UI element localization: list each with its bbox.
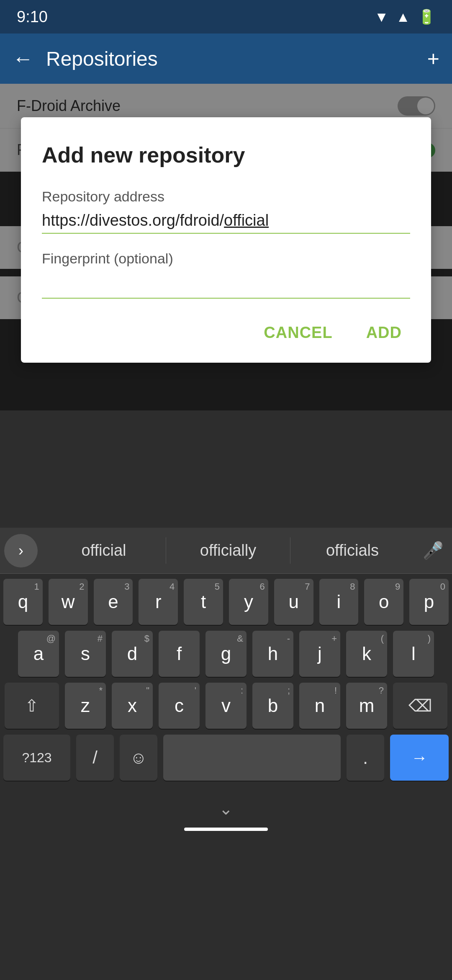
key-l[interactable]: )l (393, 631, 434, 677)
battery-icon: 🔋 (418, 8, 435, 25)
dialog-buttons: CANCEL ADD (42, 320, 410, 346)
back-button[interactable]: ← (13, 46, 33, 71)
keyboard-rows: 1q 2w 3e 4r 5t 6y 7u 8i 9o 0p @a #s $d f… (0, 574, 452, 790)
key-row-4: ?123 / ☺ . → (3, 735, 449, 781)
repo-address-label: Repository address (42, 188, 410, 205)
key-x[interactable]: "x (112, 683, 153, 729)
space-key[interactable] (163, 735, 341, 781)
key-n[interactable]: !n (299, 683, 340, 729)
period-key[interactable]: . (347, 735, 384, 781)
key-row-3: ⇧ *z "x 'c :v ;b !n ?m ⌫ (3, 683, 449, 729)
key-c[interactable]: 'c (159, 683, 200, 729)
key-o[interactable]: 9o (364, 579, 403, 625)
page-title: Repositories (46, 47, 415, 70)
home-indicator-area (0, 828, 452, 838)
key-r[interactable]: 4r (139, 579, 178, 625)
key-g[interactable]: &g (205, 631, 247, 677)
key-j[interactable]: +j (299, 631, 340, 677)
repo-address-underlined: official (224, 211, 269, 229)
key-q[interactable]: 1q (3, 579, 43, 625)
autocomplete-word-3[interactable]: officials (290, 537, 414, 564)
keyboard-bottom-bar: ⌄ (0, 790, 452, 828)
slash-key[interactable]: / (76, 735, 114, 781)
key-t[interactable]: 5t (184, 579, 223, 625)
key-m[interactable]: ?m (346, 683, 387, 729)
enter-key[interactable]: → (390, 735, 449, 781)
status-bar: 9:10 ▼ ▲ 🔋 (0, 0, 452, 34)
key-k[interactable]: (k (346, 631, 387, 677)
dimmed-area (0, 415, 452, 532)
key-d[interactable]: $d (112, 631, 153, 677)
app-bar: ← Repositories + (0, 34, 452, 84)
status-time: 9:10 (17, 8, 48, 26)
add-button-dialog[interactable]: ADD (358, 320, 410, 346)
key-row-1: 1q 2w 3e 4r 5t 6y 7u 8i 9o 0p (3, 579, 449, 625)
autocomplete-expand-button[interactable]: › (4, 534, 38, 567)
fingerprint-input[interactable] (42, 273, 410, 299)
emoji-key[interactable]: ☺ (120, 735, 157, 781)
signal-icon: ▲ (396, 9, 410, 25)
key-p[interactable]: 0p (409, 579, 449, 625)
repo-address-input[interactable]: https://divestos.org/fdroid/official (42, 211, 410, 230)
key-a[interactable]: @a (18, 631, 59, 677)
numbers-key[interactable]: ?123 (3, 735, 70, 781)
hide-keyboard-button[interactable]: ⌄ (219, 799, 233, 818)
autocomplete-word-2[interactable]: officially (166, 537, 290, 564)
key-h[interactable]: -h (252, 631, 293, 677)
home-indicator (184, 828, 268, 831)
mic-button[interactable]: 🎤 (419, 536, 448, 565)
key-u[interactable]: 7u (274, 579, 313, 625)
keyboard: › official officially officials 🎤 1q 2w … (0, 528, 452, 980)
shift-key[interactable]: ⇧ (5, 683, 59, 729)
key-row-2: @a #s $d f &g -h +j (k )l (3, 631, 449, 677)
wifi-icon: ▼ (375, 9, 389, 25)
backspace-key[interactable]: ⌫ (393, 683, 447, 729)
key-f[interactable]: f (159, 631, 200, 677)
key-s[interactable]: #s (65, 631, 106, 677)
autocomplete-bar: › official officially officials 🎤 (0, 528, 452, 574)
key-z[interactable]: *z (65, 683, 106, 729)
fingerprint-label: Fingerprint (optional) (42, 250, 410, 267)
autocomplete-word-1[interactable]: official (42, 537, 166, 564)
key-e[interactable]: 3e (94, 579, 133, 625)
autocomplete-suggestions: official officially officials (42, 537, 414, 564)
key-y[interactable]: 6y (229, 579, 268, 625)
add-repository-dialog: Add new repository Repository address ht… (21, 117, 431, 363)
dialog-title: Add new repository (42, 142, 410, 168)
key-w[interactable]: 2w (49, 579, 88, 625)
key-b[interactable]: ;b (252, 683, 293, 729)
key-v[interactable]: :v (205, 683, 247, 729)
repo-address-plain: https://divestos.org/fdroid/ (42, 211, 224, 229)
key-i[interactable]: 8i (319, 579, 359, 625)
status-icons: ▼ ▲ 🔋 (375, 8, 435, 25)
cancel-button[interactable]: CANCEL (255, 320, 341, 346)
add-button[interactable]: + (427, 46, 439, 71)
repo-address-input-container[interactable]: https://divestos.org/fdroid/official (42, 211, 410, 234)
